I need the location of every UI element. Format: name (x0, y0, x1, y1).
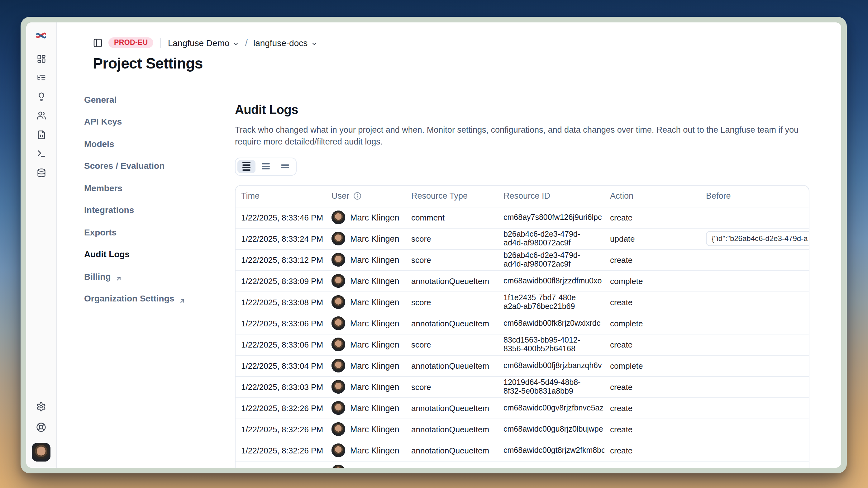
user-name: Marc Klingen (350, 234, 399, 243)
rows-4-icon (242, 162, 250, 171)
audit-table-body: 1/22/2025, 8:33:46 PM Marc Klingen comme… (236, 207, 809, 468)
project-switcher[interactable]: langfuse-docs (253, 38, 317, 47)
before-json-preview[interactable]: {"id":"b26ab4c6-d2e3-479d-a (706, 231, 809, 246)
dashboard-icon[interactable] (36, 54, 46, 63)
table-row: 1/22/2025, 8:32:26 PM Marc Klingen annot… (236, 419, 809, 440)
rows-2-icon (281, 164, 289, 168)
user-avatar (332, 380, 345, 394)
time-cell: 1/22/2025, 8:32:26 PM (236, 403, 326, 413)
database-icon[interactable] (36, 168, 46, 177)
settings-nav-item[interactable]: Billing (84, 270, 235, 283)
user-name: Marc Klingen (350, 446, 399, 455)
user-name: Marc Klingen (350, 297, 399, 307)
settings-nav-item[interactable]: Organization Settings (84, 292, 235, 304)
resource-type-cell: score (406, 382, 498, 391)
user-cell: Marc Klingen (326, 380, 406, 394)
settings-gear-icon[interactable] (36, 402, 46, 412)
table-row: 1/22/2025, 8:32:26 PM Marc Klingen annot… (236, 461, 809, 468)
resource-type-cell: annotationQueueItem (406, 467, 498, 468)
chevron-down-icon (311, 39, 317, 46)
info-icon[interactable] (353, 192, 361, 200)
action-cell: create (604, 424, 701, 434)
datasets-file-icon[interactable] (36, 130, 46, 139)
row-height-short-button[interactable] (276, 160, 294, 173)
time-cell: 1/22/2025, 8:33:06 PM (236, 340, 326, 349)
resource-type-cell: annotationQueueItem (406, 446, 498, 455)
avatar[interactable] (32, 443, 51, 461)
col-resource-id: Resource ID (498, 191, 604, 201)
user-name: Marc Klingen (350, 319, 399, 328)
table-row: 1/22/2025, 8:33:24 PM Marc Klingen score… (236, 228, 809, 250)
user-cell: Marc Klingen (326, 295, 406, 309)
settings-nav: General API Keys Models Scores / Evaluat… (84, 80, 235, 468)
environment-badge: PROD-EU (108, 37, 154, 48)
support-lifebuoy-icon[interactable] (36, 422, 46, 432)
user-name: Marc Klingen (350, 276, 399, 286)
settings-nav-item[interactable]: API Keys (84, 115, 235, 128)
settings-nav-item[interactable]: Exports (84, 226, 235, 238)
desktop: PROD-EU Langfuse Demo / langfuse-docs Pr… (0, 0, 868, 488)
time-cell: 1/22/2025, 8:33:09 PM (236, 276, 326, 286)
user-avatar (332, 274, 345, 288)
action-cell: create (604, 446, 701, 455)
row-height-medium-button[interactable] (257, 160, 275, 173)
resource-type-cell: annotationQueueItem (406, 319, 498, 328)
playground-terminal-icon[interactable] (36, 149, 46, 158)
table-row: 1/22/2025, 8:33:09 PM Marc Klingen annot… (236, 271, 809, 292)
settings-nav-item[interactable]: Scores / Evaluation (84, 159, 235, 172)
resource-type-cell: score (406, 234, 498, 243)
user-cell: Marc Klingen (326, 210, 406, 224)
settings-nav-item[interactable]: Integrations (84, 204, 235, 216)
users-icon[interactable] (36, 111, 46, 120)
user-cell: Marc Klingen (326, 359, 406, 372)
user-avatar (332, 422, 345, 436)
user-avatar (332, 316, 345, 330)
settings-nav-item[interactable]: Models (84, 137, 235, 150)
sidebar-toggle-icon[interactable] (93, 38, 103, 47)
tracing-icon[interactable] (36, 73, 46, 82)
settings-nav-item[interactable]: Members (84, 182, 235, 194)
table-row: 1/22/2025, 8:33:12 PM Marc Klingen score… (236, 250, 809, 271)
resource-type-cell: annotationQueueItem (406, 403, 498, 413)
user-name: Marc Klingen (350, 403, 399, 413)
row-height-tall-button[interactable] (238, 160, 255, 173)
user-cell: Marc Klingen (326, 422, 406, 436)
app-window: PROD-EU Langfuse Demo / langfuse-docs Pr… (21, 17, 847, 474)
resource-id-cell: 1f1e2435-7bd7-480e-a2a0-ab76bec21b69 (498, 293, 604, 311)
col-resource-type: Resource Type (406, 191, 498, 201)
time-cell: 1/22/2025, 8:32:26 PM (236, 446, 326, 455)
user-name: Marc Klingen (350, 424, 399, 434)
resource-type-cell: comment (406, 213, 498, 222)
user-cell: Marc Klingen (326, 444, 406, 457)
icon-rail (26, 22, 57, 468)
action-cell: create (604, 403, 701, 413)
org-switcher[interactable]: Langfuse Demo (168, 38, 240, 47)
user-name: Marc Klingen (350, 340, 399, 349)
resource-id-cell: cm68awidc00gt8rjzw2fkm8bo (498, 446, 604, 455)
user-name: Marc Klingen (350, 361, 399, 370)
row-height-toggle (235, 157, 297, 175)
user-name: Marc Klingen (350, 467, 399, 468)
col-action: Action (604, 191, 701, 201)
user-cell: Marc Klingen (326, 253, 406, 267)
resource-type-cell: annotationQueueItem (406, 361, 498, 370)
resource-type-cell: score (406, 340, 498, 349)
settings-nav-item[interactable]: General (84, 93, 235, 105)
table-row: 1/22/2025, 8:33:04 PM Marc Klingen annot… (236, 355, 809, 377)
resource-id-cell: 83cd1563-bb95-4012-8356-400b52b64168 (498, 335, 604, 354)
col-time: Time (236, 191, 326, 201)
resource-id-cell: cm68awidc00gv8rjzfbnve5az (498, 403, 604, 413)
time-cell: 1/22/2025, 8:33:12 PM (236, 255, 326, 264)
table-row: 1/22/2025, 8:33:08 PM Marc Klingen score… (236, 292, 809, 313)
user-avatar (332, 465, 345, 468)
action-cell: create (604, 297, 701, 307)
time-cell: 1/22/2025, 8:33:46 PM (236, 213, 326, 222)
content-area: PROD-EU Langfuse Demo / langfuse-docs Pr… (57, 22, 841, 468)
settings-nav-item[interactable]: Audit Logs (84, 248, 235, 260)
prompts-lightbulb-icon[interactable] (36, 92, 46, 101)
resource-id-cell: cm68awidb00fk8rjz0wxixrdc (498, 319, 604, 328)
langfuse-logo[interactable] (35, 30, 47, 41)
action-cell: complete (604, 276, 701, 286)
user-avatar (332, 232, 345, 246)
time-cell: 1/22/2025, 8:33:08 PM (236, 297, 326, 307)
